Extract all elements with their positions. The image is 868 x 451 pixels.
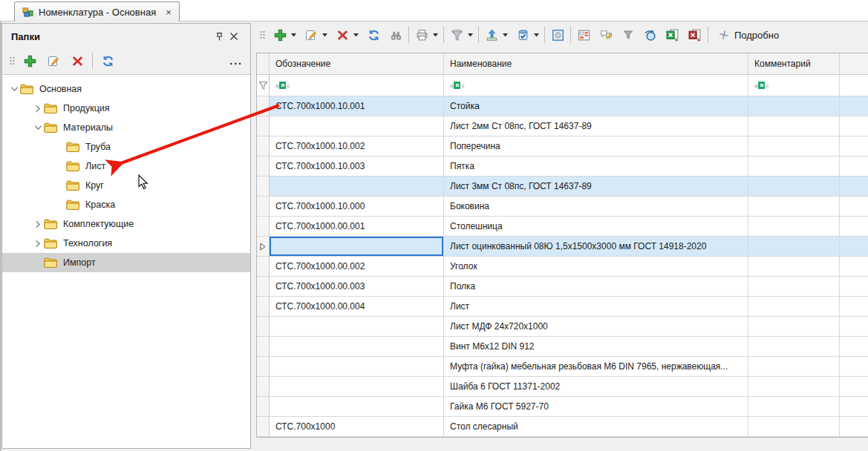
cell-code[interactable] — [270, 317, 444, 337]
more-options-button[interactable]: ... — [229, 55, 243, 67]
database-dropdown-icon[interactable] — [532, 26, 541, 44]
excel-import-icon[interactable] — [686, 26, 704, 44]
report-icon[interactable] — [575, 26, 593, 44]
comments-icon[interactable] — [597, 26, 615, 44]
database-icon[interactable] — [514, 26, 532, 44]
tree-item-Основная[interactable]: Основная — [2, 79, 250, 99]
cell-code[interactable]: СТС.700x1000 — [270, 417, 444, 437]
delete-icon[interactable] — [333, 26, 351, 44]
tree-item-Комплектующие[interactable]: Комплектующие — [2, 214, 250, 234]
cell-name[interactable]: Столешница — [444, 217, 748, 237]
cell-comment[interactable] — [748, 337, 840, 357]
cell-comment[interactable] — [748, 217, 840, 237]
find-icon[interactable] — [387, 26, 405, 44]
upload-dropdown-icon[interactable] — [500, 26, 509, 44]
details-toggle-button[interactable]: Подробно — [718, 29, 779, 41]
table-row[interactable]: СТС.700x1000.10.001Стойка — [257, 96, 868, 116]
cell-comment[interactable] — [748, 197, 840, 217]
table-row[interactable]: Шайба 6 ГОСТ 11371-2002 — [257, 377, 868, 397]
cell-comment[interactable] — [748, 377, 840, 397]
cell-comment[interactable] — [748, 417, 840, 437]
cell-name[interactable]: Полка — [444, 277, 748, 297]
filter-type-icon[interactable]: авс — [275, 82, 290, 89]
cell-comment[interactable] — [748, 96, 840, 116]
tree-item-Продукция[interactable]: Продукция — [2, 99, 250, 118]
tree-item-Труба[interactable]: Труба — [2, 137, 250, 157]
drag-handle-icon[interactable] — [260, 31, 265, 39]
cell-comment[interactable] — [748, 136, 840, 157]
cell-comment[interactable] — [748, 257, 840, 277]
filter-icon[interactable] — [448, 26, 466, 44]
chevron-down-icon[interactable] — [32, 125, 44, 131]
cell-comment[interactable] — [748, 357, 840, 377]
tree-item-Краска[interactable]: Краска — [2, 195, 250, 214]
cell-name[interactable]: Уголок — [444, 257, 748, 277]
table-row[interactable]: Гайка М6 ГОСТ 5927-70 — [257, 397, 868, 417]
cell-name[interactable]: Лист МДФ 24х720х1000 — [444, 317, 748, 337]
cell-comment[interactable] — [748, 317, 840, 337]
column-header-Обозначение[interactable]: Обозначение — [270, 53, 444, 75]
cell-name[interactable]: Муфта (гайка) мебельная резьбовая М6 DIN… — [444, 357, 748, 377]
filter-type-icon[interactable]: авс — [450, 82, 464, 89]
cell-code[interactable]: СТС.700x1000.10.003 — [270, 157, 444, 177]
cell-comment[interactable] — [748, 177, 840, 197]
cell-code[interactable]: СТС.700x1000.10.002 — [270, 136, 444, 157]
cell-code[interactable] — [270, 177, 444, 197]
cell-code[interactable] — [270, 116, 444, 136]
cell-name[interactable]: Лист — [444, 297, 748, 317]
chevron-down-icon[interactable] — [8, 86, 20, 92]
cell-name[interactable]: Поперечина — [444, 136, 748, 157]
cell-code[interactable]: СТС.700x1000.00.004 — [270, 297, 444, 317]
cell-code[interactable]: СТС.700x1000.00.001 — [270, 217, 444, 237]
cell-code[interactable] — [270, 397, 444, 417]
cell-code[interactable]: СТС.700x1000.10.001 — [270, 96, 444, 116]
table-row[interactable]: СТС.700x1000.00.004Лист — [257, 297, 868, 317]
cell-code[interactable]: СТС.700x1000.00.002 — [270, 257, 444, 277]
table-row[interactable]: СТС.700x1000.10.000Боковина — [257, 197, 868, 217]
filter-plain-icon[interactable] — [619, 26, 637, 44]
cell-name[interactable]: Боковина — [444, 197, 748, 217]
tree-item-Импорт[interactable]: Импорт — [2, 253, 250, 272]
history-icon[interactable] — [642, 26, 659, 44]
delete-folder-button[interactable] — [68, 52, 86, 70]
cell-code[interactable]: СТС.700x1000.00.003 — [270, 277, 444, 297]
cell-code[interactable] — [270, 377, 444, 397]
tree-item-Технология[interactable]: Технология — [2, 234, 250, 253]
table-row[interactable]: Лист 3мм Ст 08пс, ГОСТ 14637-89 — [257, 177, 868, 197]
add-icon[interactable] — [271, 26, 289, 44]
table-row[interactable]: СТС.700x1000.00.001Столешница — [257, 217, 868, 237]
edit-folder-button[interactable] — [45, 52, 62, 70]
refresh-icon[interactable] — [365, 26, 382, 44]
table-row[interactable]: СТС.700x1000.10.002Поперечина — [257, 136, 868, 157]
cell-comment[interactable] — [748, 237, 840, 257]
column-header-Комментарий[interactable]: Комментарий — [748, 53, 840, 75]
table-row[interactable]: Муфта (гайка) мебельная резьбовая М6 DIN… — [257, 357, 868, 377]
table-row[interactable]: Лист МДФ 24х720х1000 — [257, 317, 868, 337]
cell-comment[interactable] — [748, 116, 840, 136]
edit-icon[interactable] — [302, 26, 320, 44]
print-icon[interactable] — [413, 26, 431, 44]
pin-icon[interactable] — [212, 30, 226, 43]
filter-cell[interactable]: авс — [444, 75, 748, 96]
chevron-right-icon[interactable] — [32, 220, 44, 228]
cell-name[interactable]: Лист оцинкованный 08Ю 1,5х1500х3000 мм Г… — [444, 237, 748, 257]
cell-code[interactable]: СТС.700x1000.10.000 — [270, 197, 444, 217]
cell-comment[interactable] — [748, 297, 840, 317]
cell-comment[interactable] — [748, 157, 840, 177]
cell-name[interactable]: Лист 3мм Ст 08пс, ГОСТ 14637-89 — [444, 177, 748, 197]
edit-dropdown-icon[interactable] — [320, 26, 329, 44]
chevron-right-icon[interactable] — [32, 240, 44, 248]
upload-icon[interactable] — [483, 26, 500, 44]
cell-code[interactable] — [270, 357, 444, 377]
delete-dropdown-icon[interactable] — [351, 26, 360, 44]
filter-dropdown-icon[interactable] — [466, 26, 474, 44]
close-icon[interactable] — [226, 30, 241, 43]
table-row[interactable]: СТС.700x1000.00.002Уголок — [257, 257, 868, 277]
filter-cell[interactable]: авс — [270, 75, 444, 96]
add-folder-button[interactable] — [21, 52, 39, 70]
cell-name[interactable]: Стойка — [444, 96, 748, 116]
tab-close-icon[interactable]: × — [166, 7, 172, 17]
cell-code[interactable] — [270, 337, 444, 357]
table-row[interactable]: СТС.700x1000Стол слесарный — [257, 417, 868, 437]
cell-comment[interactable] — [748, 277, 840, 297]
